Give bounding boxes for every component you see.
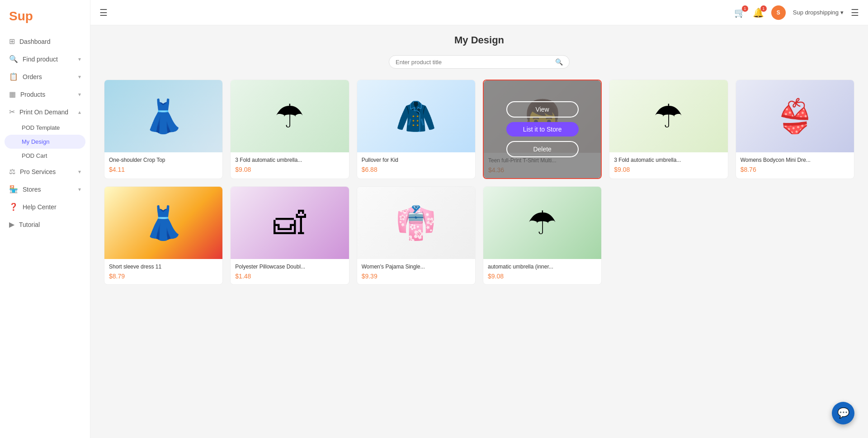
- cart-button[interactable]: 🛒 1: [734, 7, 745, 18]
- product-image: 👦ViewList it to StoreDelete: [484, 80, 601, 153]
- delete-button[interactable]: Delete: [506, 141, 579, 153]
- user-avatar[interactable]: S: [771, 5, 786, 20]
- product-card[interactable]: 👗Short sleeve dress 11$8.79: [104, 186, 223, 285]
- product-image: 🛋: [231, 187, 349, 259]
- sidebar-item-dashboard[interactable]: ⊞ Dashboard: [0, 33, 90, 50]
- product-image: 👗: [104, 80, 222, 152]
- search-input[interactable]: [396, 59, 552, 66]
- sidebar-item-label: Dashboard: [19, 38, 51, 45]
- hamburger-button[interactable]: ☰: [99, 7, 108, 18]
- product-title: 3 Fold automatic umbrella...: [614, 157, 723, 163]
- sidebar: Sup ⊞ Dashboard 🔍 Find product ▾ 📋 Order…: [0, 0, 90, 438]
- sidebar-item-label: Products: [20, 91, 45, 98]
- search-bar: 🔍: [389, 55, 570, 69]
- product-card[interactable]: ☂3 Fold automatic umbrella...$9.08: [230, 80, 349, 179]
- sidebar-item-orders[interactable]: 📋 Orders ▾: [0, 68, 90, 85]
- list-to-store-button[interactable]: List it to Store: [506, 122, 579, 137]
- topbar-menu-button[interactable]: ☰: [851, 7, 859, 18]
- product-price: $4.11: [109, 166, 218, 173]
- product-image: ☂: [231, 80, 349, 152]
- page-content: My Design 🔍 👗One-shoulder Crop Top$4.11☂…: [90, 25, 868, 438]
- pod-template-label: POD Template: [22, 124, 60, 131]
- product-grid: 👗One-shoulder Crop Top$4.11☂3 Fold autom…: [104, 80, 854, 285]
- sidebar-item-find-product[interactable]: 🔍 Find product ▾: [0, 50, 90, 68]
- view-button[interactable]: View: [506, 101, 579, 118]
- sidebar-item-label: Help Center: [23, 203, 57, 211]
- sidebar-sub-pod-template[interactable]: POD Template: [0, 121, 90, 135]
- topbar: ☰ 🛒 1 🔔 1 S Sup dropshipping ▾ ☰: [90, 0, 868, 25]
- product-image: ☂: [609, 80, 727, 152]
- stores-icon: 🏪: [9, 185, 18, 193]
- sidebar-item-products[interactable]: ▦ Products ▾: [0, 85, 90, 103]
- orders-icon: 📋: [9, 72, 18, 81]
- product-card[interactable]: ☂automatic umbrella (inner...$9.08: [483, 186, 602, 285]
- notification-badge: 1: [760, 5, 767, 12]
- topbar-icons: 🛒 1 🔔 1 S Sup dropshipping ▾ ☰: [734, 5, 859, 20]
- product-image: 👗: [104, 187, 222, 259]
- chevron-down-icon: ▾: [78, 169, 81, 175]
- app-logo: Sup: [0, 9, 90, 33]
- product-price: $9.08: [488, 273, 597, 280]
- help-center-icon: ❓: [9, 203, 18, 211]
- products-icon: ▦: [9, 90, 16, 99]
- find-product-icon: 🔍: [9, 55, 18, 63]
- notification-button[interactable]: 🔔 1: [753, 7, 764, 18]
- product-card[interactable]: 🛋Polyester Pillowcase Doubl...$1.48: [230, 186, 349, 285]
- product-price: $1.48: [235, 273, 344, 280]
- sidebar-item-label: Find product: [23, 56, 58, 63]
- product-title: Polyester Pillowcase Doubl...: [235, 264, 344, 270]
- product-title: Pullover for Kid: [362, 157, 471, 163]
- chevron-down-icon: ▾: [78, 56, 81, 62]
- chat-button[interactable]: 💬: [832, 402, 854, 424]
- product-image: ☂: [483, 187, 601, 259]
- product-card[interactable]: 👘Women's Pajama Single...$9.39: [357, 186, 476, 285]
- sidebar-item-stores[interactable]: 🏪 Stores ▾: [0, 180, 90, 198]
- tutorial-icon: ▶: [9, 220, 14, 229]
- product-price: $6.88: [362, 166, 471, 173]
- sidebar-item-label: Stores: [23, 186, 41, 193]
- print-on-demand-icon: ✂: [9, 108, 15, 116]
- product-title: Women's Pajama Single...: [362, 264, 471, 270]
- my-design-label: My Design: [22, 138, 49, 145]
- sidebar-item-label: Pro Services: [20, 168, 56, 175]
- chevron-up-icon: ▴: [78, 109, 81, 115]
- search-wrapper: 🔍: [104, 55, 854, 69]
- product-image: 👘: [357, 187, 475, 259]
- sidebar-item-pro-services[interactable]: ⚖ Pro Services ▾: [0, 163, 90, 180]
- product-card[interactable]: 👙Womens Bodycon Mini Dre...$8.76: [736, 80, 854, 179]
- product-price: $8.76: [741, 166, 849, 173]
- product-title: automatic umbrella (inner...: [488, 264, 597, 270]
- product-card[interactable]: 👦ViewList it to StoreDeleteTeen full-Pri…: [483, 80, 602, 179]
- product-image: 🧥: [357, 80, 475, 152]
- chevron-down-icon: ▾: [78, 91, 81, 98]
- sidebar-item-label: Tutorial: [19, 221, 40, 228]
- pro-services-icon: ⚖: [9, 167, 15, 176]
- sidebar-sub-my-design[interactable]: My Design: [5, 135, 85, 149]
- pod-cart-label: POD Cart: [22, 152, 47, 159]
- product-price: $9.08: [614, 166, 723, 173]
- chevron-down-icon: ▾: [78, 186, 81, 193]
- sidebar-item-help-center[interactable]: ❓ Help Center: [0, 198, 90, 216]
- product-title: Womens Bodycon Mini Dre...: [741, 157, 849, 163]
- product-price: $9.08: [235, 166, 344, 173]
- product-card[interactable]: 🧥Pullover for Kid$6.88: [357, 80, 476, 179]
- card-overlay: ViewList it to StoreDelete: [484, 80, 601, 153]
- cart-badge: 1: [742, 5, 748, 12]
- main-panel: ☰ 🛒 1 🔔 1 S Sup dropshipping ▾ ☰ My Desi…: [90, 0, 868, 438]
- chevron-down-icon: ▾: [840, 9, 844, 16]
- sidebar-item-label: Orders: [23, 73, 42, 80]
- sidebar-item-tutorial[interactable]: ▶ Tutorial: [0, 216, 90, 233]
- page-title: My Design: [104, 34, 854, 46]
- dashboard-icon: ⊞: [9, 37, 15, 46]
- search-icon: 🔍: [555, 58, 563, 66]
- product-card[interactable]: ☂3 Fold automatic umbrella...$9.08: [609, 80, 728, 179]
- chevron-down-icon: ▾: [78, 74, 81, 80]
- sidebar-item-print-on-demand[interactable]: ✂ Print On Demand ▴: [0, 103, 90, 121]
- sidebar-sub-pod-cart[interactable]: POD Cart: [0, 149, 90, 163]
- product-price: $9.39: [362, 273, 471, 280]
- product-title: One-shoulder Crop Top: [109, 157, 218, 163]
- product-image: 👙: [736, 80, 854, 152]
- sidebar-item-label: Print On Demand: [19, 108, 68, 116]
- username-display[interactable]: Sup dropshipping ▾: [793, 9, 844, 16]
- product-card[interactable]: 👗One-shoulder Crop Top$4.11: [104, 80, 223, 179]
